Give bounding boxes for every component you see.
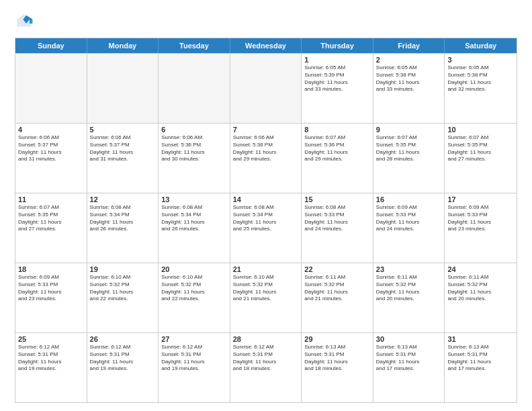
header bbox=[15, 12, 517, 31]
calendar-cell bbox=[159, 54, 230, 123]
calendar-cell: 4Sunrise: 6:06 AM Sunset: 5:37 PM Daylig… bbox=[15, 124, 87, 193]
day-info: Sunrise: 6:11 AM Sunset: 5:32 PM Dayligh… bbox=[447, 274, 514, 303]
day-info: Sunrise: 6:13 AM Sunset: 5:31 PM Dayligh… bbox=[447, 344, 514, 373]
calendar-cell: 11Sunrise: 6:07 AM Sunset: 5:35 PM Dayli… bbox=[15, 193, 87, 263]
calendar-cell: 6Sunrise: 6:06 AM Sunset: 5:36 PM Daylig… bbox=[159, 124, 230, 193]
day-info: Sunrise: 6:07 AM Sunset: 5:35 PM Dayligh… bbox=[18, 204, 84, 233]
day-info: Sunrise: 6:10 AM Sunset: 5:32 PM Dayligh… bbox=[90, 274, 156, 303]
day-header-friday: Friday bbox=[373, 38, 445, 53]
calendar-cell: 26Sunrise: 6:12 AM Sunset: 5:31 PM Dayli… bbox=[87, 333, 159, 402]
calendar-cell: 21Sunrise: 6:10 AM Sunset: 5:32 PM Dayli… bbox=[230, 263, 302, 332]
calendar-cell bbox=[230, 54, 302, 123]
calendar: SundayMondayTuesdayWednesdayThursdayFrid… bbox=[15, 38, 517, 403]
calendar-cell: 15Sunrise: 6:08 AM Sunset: 5:33 PM Dayli… bbox=[302, 193, 373, 263]
calendar-row-3: 11Sunrise: 6:07 AM Sunset: 5:35 PM Dayli… bbox=[15, 193, 517, 263]
day-number: 22 bbox=[304, 265, 370, 273]
day-header-wednesday: Wednesday bbox=[230, 38, 302, 53]
day-number: 2 bbox=[376, 56, 442, 64]
logo bbox=[15, 12, 36, 31]
day-header-thursday: Thursday bbox=[302, 38, 373, 53]
day-info: Sunrise: 6:07 AM Sunset: 5:35 PM Dayligh… bbox=[376, 134, 442, 163]
day-info: Sunrise: 6:13 AM Sunset: 5:31 PM Dayligh… bbox=[304, 344, 370, 373]
day-number: 12 bbox=[90, 195, 156, 203]
day-header-monday: Monday bbox=[87, 38, 159, 53]
day-header-tuesday: Tuesday bbox=[159, 38, 230, 53]
calendar-cell: 5Sunrise: 6:06 AM Sunset: 5:37 PM Daylig… bbox=[87, 124, 159, 193]
day-info: Sunrise: 6:13 AM Sunset: 5:31 PM Dayligh… bbox=[376, 344, 442, 373]
day-info: Sunrise: 6:09 AM Sunset: 5:33 PM Dayligh… bbox=[18, 274, 84, 303]
day-number: 21 bbox=[233, 265, 299, 273]
calendar-cell: 20Sunrise: 6:10 AM Sunset: 5:32 PM Dayli… bbox=[159, 263, 230, 332]
calendar-cell: 10Sunrise: 6:07 AM Sunset: 5:35 PM Dayli… bbox=[445, 124, 517, 193]
day-number: 14 bbox=[233, 195, 299, 203]
day-number: 25 bbox=[18, 335, 84, 343]
calendar-cell: 25Sunrise: 6:12 AM Sunset: 5:31 PM Dayli… bbox=[15, 333, 87, 402]
day-number: 26 bbox=[90, 335, 156, 343]
day-info: Sunrise: 6:12 AM Sunset: 5:31 PM Dayligh… bbox=[161, 344, 227, 373]
day-info: Sunrise: 6:12 AM Sunset: 5:31 PM Dayligh… bbox=[233, 344, 299, 373]
day-number: 6 bbox=[161, 126, 227, 134]
day-number: 18 bbox=[18, 265, 84, 273]
calendar-cell: 8Sunrise: 6:07 AM Sunset: 5:36 PM Daylig… bbox=[302, 124, 373, 193]
day-info: Sunrise: 6:11 AM Sunset: 5:32 PM Dayligh… bbox=[376, 274, 442, 303]
calendar-cell bbox=[87, 54, 159, 123]
day-info: Sunrise: 6:09 AM Sunset: 5:33 PM Dayligh… bbox=[376, 204, 442, 233]
day-header-sunday: Sunday bbox=[15, 38, 87, 53]
day-number: 29 bbox=[304, 335, 370, 343]
day-info: Sunrise: 6:05 AM Sunset: 5:39 PM Dayligh… bbox=[304, 64, 370, 93]
day-info: Sunrise: 6:10 AM Sunset: 5:32 PM Dayligh… bbox=[161, 274, 227, 303]
svg-marker-2 bbox=[30, 19, 33, 24]
logo-icon bbox=[15, 12, 34, 31]
day-number: 30 bbox=[376, 335, 442, 343]
calendar-cell: 2Sunrise: 6:05 AM Sunset: 5:38 PM Daylig… bbox=[373, 54, 445, 123]
day-info: Sunrise: 6:05 AM Sunset: 5:38 PM Dayligh… bbox=[447, 64, 514, 93]
day-number: 3 bbox=[447, 56, 514, 64]
calendar-cell: 31Sunrise: 6:13 AM Sunset: 5:31 PM Dayli… bbox=[445, 333, 517, 402]
day-number: 9 bbox=[376, 126, 442, 134]
day-number: 23 bbox=[376, 265, 442, 273]
day-info: Sunrise: 6:06 AM Sunset: 5:36 PM Dayligh… bbox=[233, 134, 299, 163]
calendar-cell: 13Sunrise: 6:08 AM Sunset: 5:34 PM Dayli… bbox=[159, 193, 230, 263]
day-number: 16 bbox=[376, 195, 442, 203]
day-number: 19 bbox=[90, 265, 156, 273]
day-info: Sunrise: 6:09 AM Sunset: 5:33 PM Dayligh… bbox=[447, 204, 514, 233]
calendar-cell: 22Sunrise: 6:11 AM Sunset: 5:32 PM Dayli… bbox=[302, 263, 373, 332]
day-number: 27 bbox=[161, 335, 227, 343]
calendar-cell: 23Sunrise: 6:11 AM Sunset: 5:32 PM Dayli… bbox=[373, 263, 445, 332]
calendar-cell: 3Sunrise: 6:05 AM Sunset: 5:38 PM Daylig… bbox=[445, 54, 517, 123]
day-info: Sunrise: 6:10 AM Sunset: 5:32 PM Dayligh… bbox=[233, 274, 299, 303]
day-number: 28 bbox=[233, 335, 299, 343]
day-number: 7 bbox=[233, 126, 299, 134]
day-info: Sunrise: 6:06 AM Sunset: 5:37 PM Dayligh… bbox=[18, 134, 84, 163]
calendar-cell bbox=[15, 54, 87, 123]
day-number: 20 bbox=[161, 265, 227, 273]
calendar-cell: 18Sunrise: 6:09 AM Sunset: 5:33 PM Dayli… bbox=[15, 263, 87, 332]
calendar-row-5: 25Sunrise: 6:12 AM Sunset: 5:31 PM Dayli… bbox=[15, 332, 517, 402]
day-number: 24 bbox=[447, 265, 514, 273]
day-number: 8 bbox=[304, 126, 370, 134]
day-info: Sunrise: 6:06 AM Sunset: 5:36 PM Dayligh… bbox=[161, 134, 227, 163]
day-header-saturday: Saturday bbox=[445, 38, 517, 53]
day-number: 5 bbox=[90, 126, 156, 134]
calendar-header-row: SundayMondayTuesdayWednesdayThursdayFrid… bbox=[15, 38, 517, 53]
day-number: 13 bbox=[161, 195, 227, 203]
calendar-cell: 30Sunrise: 6:13 AM Sunset: 5:31 PM Dayli… bbox=[373, 333, 445, 402]
day-info: Sunrise: 6:08 AM Sunset: 5:34 PM Dayligh… bbox=[233, 204, 299, 233]
calendar-cell: 12Sunrise: 6:08 AM Sunset: 5:34 PM Dayli… bbox=[87, 193, 159, 263]
calendar-cell: 19Sunrise: 6:10 AM Sunset: 5:32 PM Dayli… bbox=[87, 263, 159, 332]
calendar-cell: 27Sunrise: 6:12 AM Sunset: 5:31 PM Dayli… bbox=[159, 333, 230, 402]
day-info: Sunrise: 6:08 AM Sunset: 5:34 PM Dayligh… bbox=[161, 204, 227, 233]
day-info: Sunrise: 6:07 AM Sunset: 5:36 PM Dayligh… bbox=[304, 134, 370, 163]
day-info: Sunrise: 6:12 AM Sunset: 5:31 PM Dayligh… bbox=[18, 344, 84, 373]
day-info: Sunrise: 6:11 AM Sunset: 5:32 PM Dayligh… bbox=[304, 274, 370, 303]
day-info: Sunrise: 6:07 AM Sunset: 5:35 PM Dayligh… bbox=[447, 134, 514, 163]
calendar-row-4: 18Sunrise: 6:09 AM Sunset: 5:33 PM Dayli… bbox=[15, 263, 517, 332]
calendar-cell: 29Sunrise: 6:13 AM Sunset: 5:31 PM Dayli… bbox=[302, 333, 373, 402]
day-number: 11 bbox=[18, 195, 84, 203]
calendar-cell: 14Sunrise: 6:08 AM Sunset: 5:34 PM Dayli… bbox=[230, 193, 302, 263]
day-number: 1 bbox=[304, 56, 370, 64]
calendar-cell: 7Sunrise: 6:06 AM Sunset: 5:36 PM Daylig… bbox=[230, 124, 302, 193]
calendar-row-2: 4Sunrise: 6:06 AM Sunset: 5:37 PM Daylig… bbox=[15, 123, 517, 193]
day-info: Sunrise: 6:05 AM Sunset: 5:38 PM Dayligh… bbox=[376, 64, 442, 93]
day-info: Sunrise: 6:06 AM Sunset: 5:37 PM Dayligh… bbox=[90, 134, 156, 163]
